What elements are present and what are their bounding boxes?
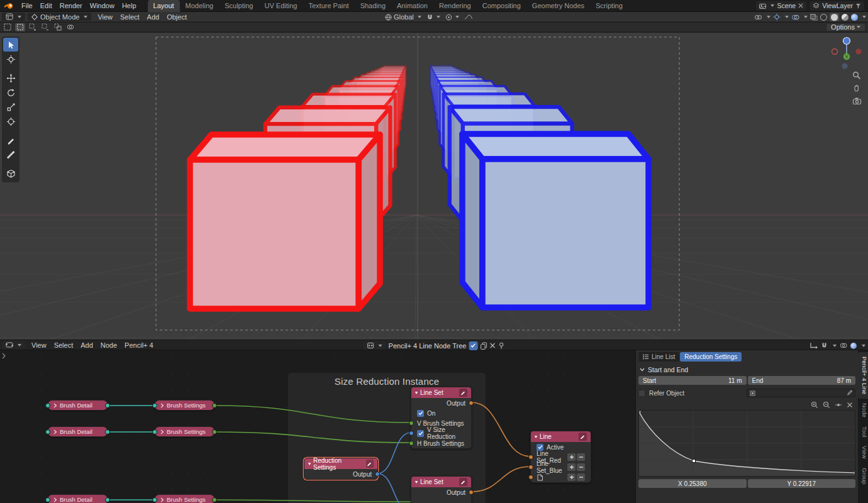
line-set-red-socket[interactable] [528,455,533,460]
scene-selector[interactable]: Scene [756,1,806,11]
expand-chevron-icon[interactable] [53,497,57,502]
node-header[interactable]: ▾ Line Set [411,387,471,398]
new-page-icon[interactable] [537,474,543,481]
node-line-set-2[interactable]: ▾ Line Set Output [411,476,472,503]
node-editor-type-button[interactable] [2,341,25,349]
ne-menu-view[interactable]: View [28,341,50,349]
edit-pencil-icon[interactable] [579,433,587,441]
node-line[interactable]: ▾ Line Active Line Set_Red Line Set_Blue [530,431,591,483]
curve-canvas[interactable] [639,411,855,476]
tab-rendering[interactable]: Rendering [433,0,477,12]
snap-node-icon[interactable] [821,342,828,349]
active-checkbox[interactable] [537,444,543,451]
refer-object-field[interactable] [747,389,855,397]
node-brush-detail-1[interactable]: Brush Detail [47,400,108,411]
edit-pencil-icon[interactable] [366,460,374,468]
node-header[interactable]: ▾ Line Set [411,477,471,487]
panel-start-and-end[interactable]: Start and End [636,363,858,375]
options-button[interactable]: Options [826,23,865,31]
node-reduction-settings[interactable]: ▾ Reduction Settings Output [304,458,378,480]
fake-user-toggle[interactable] [469,341,477,350]
collapse-chevron-icon[interactable]: ▾ [415,390,418,395]
add-button[interactable] [567,473,576,481]
parent-tree-icon[interactable] [810,342,818,350]
viewport-zoom-button[interactable] [852,70,862,80]
tab-view[interactable]: View [858,441,868,463]
tab-texture-paint[interactable]: Texture Paint [303,0,354,12]
output-socket[interactable] [105,497,110,502]
tool-select-box-button[interactable] [3,38,18,52]
viewport-pan-button[interactable] [852,83,862,93]
ne-menu-add[interactable]: Add [77,341,97,349]
curve-x-field[interactable]: X 0.25380 [638,479,747,488]
tab-layout[interactable]: Layout [148,0,180,12]
menu-window[interactable]: Window [86,2,118,9]
region-expand-icon[interactable] [1,353,6,359]
row-v-size[interactable]: V Size Reduction [411,428,471,438]
gizmo-x-neg-ball[interactable] [832,49,838,55]
menu-file[interactable]: File [18,2,36,9]
collapse-chevron-icon[interactable]: ▾ [535,434,537,439]
reduction-settings-button[interactable]: Reduction Settings [680,352,742,362]
viewport-canvas[interactable] [0,33,868,340]
node-brush-settings-2[interactable]: Brush Settings [154,426,215,437]
mode-select[interactable]: Object Mode [28,13,91,21]
tool-add-cube-button[interactable] [3,167,18,180]
input-socket[interactable] [152,403,157,408]
copies-icon[interactable] [480,342,487,350]
tab-pencil4-line[interactable]: Pencil+ 4 Line [858,352,868,399]
scene-unlink-icon[interactable] [798,3,803,8]
orientation-select[interactable]: Global [385,13,421,21]
row-on[interactable]: On [411,408,471,418]
tab-uv-editing[interactable]: UV Editing [259,0,303,12]
vp-menu-object[interactable]: Object [163,13,191,21]
vp-menu-view[interactable]: View [94,13,116,21]
ne-menu-pencil4[interactable]: Pencil+ 4 [121,341,157,349]
input-socket[interactable] [152,429,157,434]
node-header[interactable]: ▾ Reduction Settings [304,458,377,469]
tool-cursor-button[interactable] [3,52,18,66]
shading-solid-active[interactable] [830,13,839,21]
tab-animation[interactable]: Animation [391,0,433,12]
node-tree-name[interactable]: Pencil+ 4 Line Node Tree [389,342,467,350]
start-slider[interactable]: Start 11 m [638,376,747,385]
select-mode-new-icon[interactable] [15,23,25,31]
output-socket[interactable] [469,401,474,406]
expand-chevron-icon[interactable] [53,403,57,408]
v-size-checkbox[interactable] [417,430,424,437]
input-socket[interactable] [45,497,50,502]
tool-move-button[interactable] [3,71,18,85]
tool-measure-button[interactable] [3,148,18,162]
output-socket[interactable] [212,497,217,502]
tool-annotate-button[interactable] [3,133,18,147]
expand-chevron-icon[interactable] [160,497,164,502]
vp-menu-select[interactable]: Select [116,13,143,21]
output-socket[interactable] [105,429,110,434]
expand-chevron-icon[interactable] [53,429,57,434]
select-mode-extend-icon[interactable] [28,23,38,31]
editor-type-button[interactable] [2,13,25,21]
end-slider[interactable]: End 87 m [748,376,856,385]
tab-group[interactable]: Group [858,463,868,489]
input-socket[interactable] [45,429,50,434]
vp-menu-add[interactable]: Add [143,13,164,21]
collapse-chevron-icon[interactable]: ▾ [308,461,311,467]
blender-logo[interactable] [0,3,18,9]
node-brush-detail-2[interactable]: Brush Detail [47,426,108,437]
tool-scale-button[interactable] [3,100,18,114]
falloff-curve-icon[interactable] [464,14,473,20]
show-gizmo-icon[interactable] [773,13,781,21]
menu-edit[interactable]: Edit [36,2,56,9]
output-socket[interactable] [105,403,110,408]
v-brush-socket[interactable] [409,421,414,426]
expand-chevron-icon[interactable] [160,429,164,434]
node-tree-browse-button[interactable] [364,341,386,350]
line-list-button[interactable]: Line List [638,352,679,362]
navigation-gizmo[interactable]: Y [830,35,863,72]
collapse-chevron-icon[interactable]: ▾ [415,479,418,485]
overlay-node-icon[interactable] [840,342,847,349]
curve-zoom-out-icon[interactable] [823,401,830,409]
on-checkbox[interactable] [417,410,424,417]
editor-shading-icon[interactable] [850,343,857,349]
output-socket[interactable] [212,403,217,408]
